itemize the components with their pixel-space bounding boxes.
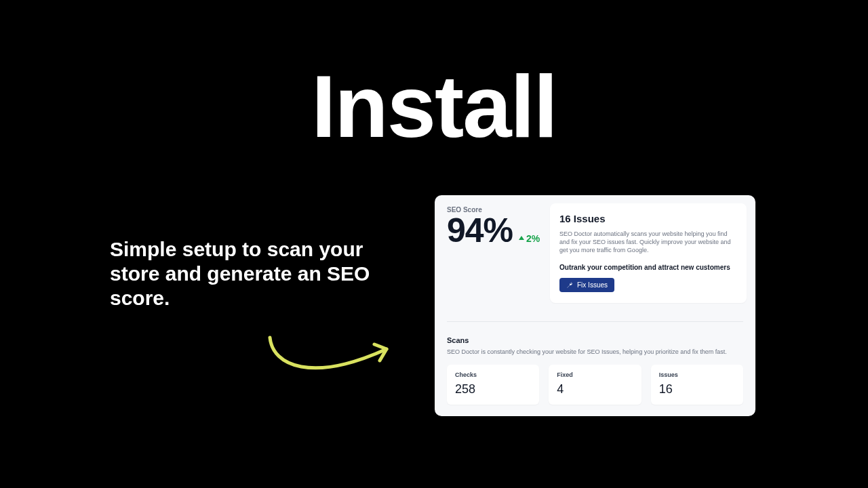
stat-label: Fixed <box>557 371 633 378</box>
stat-label: Issues <box>659 371 735 378</box>
scans-block: Scans SEO Doctor is constantly checking … <box>447 336 743 405</box>
stat-value: 258 <box>455 382 531 396</box>
stat-card-issues: Issues 16 <box>651 365 743 405</box>
arrow-up-icon <box>518 235 525 242</box>
stat-card-fixed: Fixed 4 <box>549 365 641 405</box>
scans-title: Scans <box>447 336 743 344</box>
issues-card: 16 Issues SEO Doctor automatically scans… <box>550 203 747 303</box>
stat-card-checks: Checks 258 <box>447 365 539 405</box>
seo-score-block: SEO Score 94% 2% <box>447 206 540 247</box>
hero-title: Install <box>0 56 868 157</box>
seo-score-delta-value: 2% <box>526 233 540 244</box>
stat-value: 16 <box>659 382 735 396</box>
stat-value: 4 <box>557 382 633 396</box>
hero-subtitle: Simple setup to scan your store and gene… <box>110 237 381 310</box>
wrench-icon <box>566 282 573 289</box>
dashboard-panel: SEO Score 94% 2% 16 Issues SEO Doctor au… <box>435 195 755 416</box>
seo-score-value: 94% <box>447 214 513 247</box>
issues-description: SEO Doctor automatically scans your webs… <box>559 230 737 254</box>
fix-issues-button[interactable]: Fix Issues <box>559 278 614 292</box>
stats-row: Checks 258 Fixed 4 Issues 16 <box>447 365 743 405</box>
issues-cta-text: Outrank your competition and attract new… <box>559 264 737 271</box>
divider <box>447 321 743 322</box>
stat-label: Checks <box>455 371 531 378</box>
seo-score-delta: 2% <box>518 233 540 244</box>
issues-title: 16 Issues <box>559 213 737 224</box>
arrow-icon <box>264 332 400 386</box>
fix-issues-button-label: Fix Issues <box>577 281 608 289</box>
scans-description: SEO Doctor is constantly checking your w… <box>447 348 743 355</box>
